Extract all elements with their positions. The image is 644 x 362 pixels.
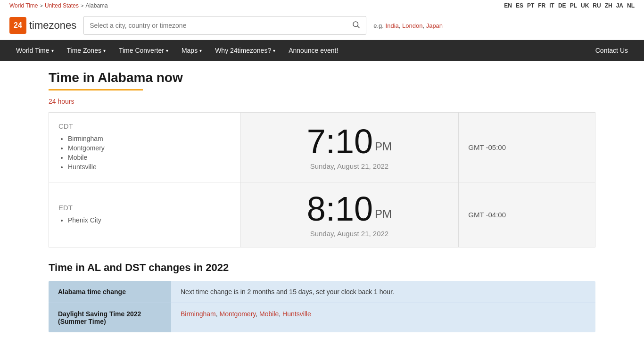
- nav-announce[interactable]: Announce event!: [282, 40, 345, 61]
- breadcrumb-current: Alabama: [85, 2, 107, 9]
- dst-saving-time-label: Daylight Saving Time 2022 (Summer Time): [49, 303, 171, 332]
- time-clock-0: 7:10: [307, 123, 373, 160]
- nav-time-zones[interactable]: Time Zones ▾: [60, 40, 112, 61]
- 24hours-link[interactable]: 24 hours: [49, 98, 595, 105]
- nav-world-time[interactable]: World Time ▾: [9, 40, 60, 61]
- chevron-down-icon: ▾: [199, 48, 202, 53]
- tz-cities-0: BirminghamMontgomeryMobileHuntsville: [58, 135, 231, 171]
- tz-time-cell-0: 7:10PM Sunday, August 21, 2022: [240, 113, 459, 182]
- time-display-1: 8:10PM: [250, 192, 449, 226]
- chevron-down-icon: ▾: [166, 48, 168, 53]
- dst-link-birmingham[interactable]: Birmingham: [181, 310, 216, 318]
- timezone-table: CDT BirminghamMontgomeryMobileHuntsville…: [49, 112, 595, 247]
- chevron-down-icon: ▾: [103, 48, 106, 53]
- lang-nl[interactable]: NL: [627, 2, 635, 9]
- breadcrumb-sep-1: >: [40, 3, 42, 8]
- table-row: EDT Phenix City 8:10PM Sunday, August 21…: [49, 182, 595, 247]
- svg-point-0: [353, 22, 358, 27]
- lang-pl[interactable]: PL: [570, 2, 577, 9]
- time-date-0: Sunday, August 21, 2022: [250, 162, 449, 170]
- lang-zh[interactable]: ZH: [605, 2, 612, 9]
- main-nav: World Time ▾ Time Zones ▾ Time Converter…: [0, 40, 644, 61]
- lang-ru[interactable]: RU: [593, 2, 601, 9]
- nav-world-time-label: World Time: [16, 47, 50, 54]
- nav-maps-label: Maps: [182, 47, 198, 54]
- breadcrumb: World Time > United States > Alabama: [9, 2, 108, 9]
- main-content: Time in Alabama now 24 hours CDT Birming…: [39, 61, 605, 342]
- nav-time-zones-label: Time Zones: [67, 47, 101, 54]
- title-underline: [49, 89, 143, 90]
- lang-es[interactable]: ES: [516, 2, 523, 9]
- dst-card: Alabama time change Next time change is …: [49, 281, 595, 332]
- suggestion-india[interactable]: India: [386, 22, 399, 29]
- nav-why[interactable]: Why 24timezones? ▾: [208, 40, 282, 61]
- lang-fr[interactable]: FR: [538, 2, 545, 9]
- list-item: Birmingham: [68, 135, 231, 142]
- suggestions-label: e.g.: [373, 22, 384, 29]
- breadcrumb-united-states[interactable]: United States: [45, 2, 79, 9]
- chevron-down-icon: ▾: [273, 48, 275, 53]
- svg-line-1: [358, 26, 360, 28]
- dst-link-huntsville[interactable]: Huntsville: [282, 310, 311, 318]
- logo-text: timezones: [29, 19, 76, 32]
- dst-section-title: Time in AL and DST changes in 2022: [49, 262, 595, 274]
- tz-abbr-1: EDT: [58, 204, 231, 212]
- site-logo[interactable]: 24 timezones: [9, 17, 76, 34]
- tz-gmt-cell-0: GMT -05:00: [459, 113, 595, 182]
- time-date-1: Sunday, August 21, 2022: [250, 230, 449, 238]
- search-container: [83, 16, 366, 35]
- lang-de[interactable]: DE: [558, 2, 566, 9]
- lang-it[interactable]: IT: [549, 2, 554, 9]
- tz-gmt-cell-1: GMT -04:00: [459, 182, 595, 247]
- list-item: Huntsville: [68, 163, 231, 171]
- nav-maps[interactable]: Maps ▾: [175, 40, 208, 61]
- list-item: Mobile: [68, 154, 231, 161]
- time-display-0: 7:10PM: [250, 124, 449, 158]
- chevron-down-icon: ▾: [51, 48, 54, 53]
- language-links: EN ES PT FR IT DE PL UK RU ZH JA NL: [504, 2, 635, 9]
- nav-why-label: Why 24timezones?: [215, 47, 271, 54]
- dst-time-change-content: Next time change is in 2 months and 15 d…: [171, 281, 595, 303]
- tz-city-cell-0: CDT BirminghamMontgomeryMobileHuntsville: [49, 113, 240, 182]
- dst-link-montgomery[interactable]: Montgomery: [219, 310, 256, 318]
- lang-en[interactable]: EN: [504, 2, 512, 9]
- suggestion-london[interactable]: London: [402, 22, 422, 29]
- table-row: CDT BirminghamMontgomeryMobileHuntsville…: [49, 113, 595, 182]
- nav-contact[interactable]: Contact Us: [589, 40, 635, 61]
- time-clock-1: 8:10: [307, 190, 373, 228]
- tz-abbr-0: CDT: [58, 122, 231, 130]
- search-button[interactable]: [346, 16, 366, 34]
- lang-ja[interactable]: JA: [616, 2, 623, 9]
- search-icon: [352, 20, 360, 29]
- search-suggestions: e.g. India, London, Japan: [373, 22, 443, 29]
- nav-time-converter[interactable]: Time Converter ▾: [112, 40, 175, 61]
- dst-time-change-label: Alabama time change: [49, 281, 171, 303]
- lang-uk[interactable]: UK: [581, 2, 589, 9]
- site-header: 24 timezones e.g. India, London, Japan: [0, 11, 644, 40]
- lang-pt[interactable]: PT: [527, 2, 534, 9]
- page-title: Time in Alabama now: [49, 70, 595, 85]
- logo-icon: 24: [9, 17, 26, 34]
- nav-announce-label: Announce event!: [289, 47, 338, 54]
- lang-bar: World Time > United States > Alabama EN …: [0, 0, 644, 11]
- dst-saving-time-content: Birmingham, Montgomery, Mobile, Huntsvil…: [171, 303, 595, 332]
- dst-row-time-change: Alabama time change Next time change is …: [49, 281, 595, 303]
- suggestion-japan[interactable]: Japan: [426, 22, 443, 29]
- time-ampm-0: PM: [375, 140, 392, 153]
- tz-city-cell-1: EDT Phenix City: [49, 182, 240, 247]
- search-input[interactable]: [84, 18, 346, 33]
- dst-section: Time in AL and DST changes in 2022 Alaba…: [49, 262, 595, 332]
- list-item: Phenix City: [68, 216, 231, 224]
- time-ampm-1: PM: [375, 207, 392, 220]
- tz-cities-1: Phenix City: [58, 216, 231, 224]
- nav-left: World Time ▾ Time Zones ▾ Time Converter…: [9, 40, 345, 61]
- dst-row-saving-time: Daylight Saving Time 2022 (Summer Time) …: [49, 303, 595, 332]
- tz-time-cell-1: 8:10PM Sunday, August 21, 2022: [240, 182, 459, 247]
- breadcrumb-sep-2: >: [81, 3, 83, 8]
- dst-link-mobile[interactable]: Mobile: [259, 310, 279, 318]
- list-item: Montgomery: [68, 144, 231, 152]
- breadcrumb-world-time[interactable]: World Time: [9, 2, 38, 9]
- nav-time-converter-label: Time Converter: [119, 47, 164, 54]
